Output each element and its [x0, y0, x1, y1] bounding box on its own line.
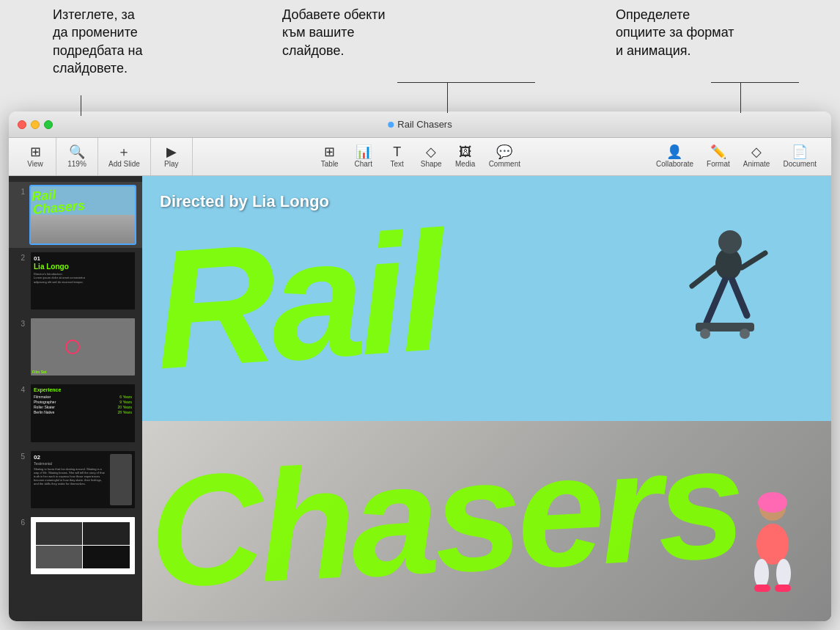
slide-thumb-3[interactable]: 3 Film Set: [9, 314, 142, 380]
skater-head: [718, 230, 742, 254]
add-slide-button[interactable]: ＋ Add Slide: [103, 142, 146, 171]
skateboard-wheel-right: [740, 329, 750, 339]
mac-window: Rail Chasers ⊞ View 🔍 119% ＋ Add Slide: [9, 111, 831, 621]
callout-3-line-v: [740, 82, 741, 113]
table-icon: ⊞: [324, 145, 335, 158]
window-title: Rail Chasers: [388, 119, 452, 130]
chart-button[interactable]: 📊 Chart: [347, 142, 380, 171]
chart-label: Chart: [354, 160, 372, 168]
traffic-lights: [18, 120, 53, 129]
media-button[interactable]: 🖼 Media: [449, 142, 482, 171]
skater-figure: [685, 220, 773, 411]
title-dot: [388, 122, 394, 128]
girl-svg: [736, 489, 809, 607]
slide2-name: Lia Longo: [34, 263, 132, 271]
girl-figure: [736, 489, 809, 607]
collaborate-button[interactable]: 👤 Collaborate: [650, 142, 699, 171]
document-button[interactable]: 📄 Document: [777, 142, 822, 171]
text-button[interactable]: T Text: [381, 142, 413, 171]
window-title-text: Rail Chasers: [397, 119, 452, 130]
animate-icon: ◇: [751, 145, 762, 158]
directed-by-text: Directed by Lia Longo: [160, 192, 329, 211]
slide-thumb-2[interactable]: 2 01 Lia Longo Director's IntroductionLo…: [9, 248, 142, 314]
main-content: 1 RailChasers 2 01 Lia Longo Director's …: [9, 176, 831, 621]
slide-thumb-1[interactable]: 1 RailChasers: [9, 182, 142, 248]
slide-preview-1: RailChasers: [29, 185, 136, 245]
slide-thumb-4[interactable]: 4 Experience Filmmaker6 Years Photograph…: [9, 380, 142, 446]
slide-panel[interactable]: 1 RailChasers 2 01 Lia Longo Director's …: [9, 176, 142, 621]
toolbar-group-right: 👤 Collaborate ✏️ Format ◇ Animate 📄 Docu…: [647, 142, 825, 171]
callout-3: Определете опциите за формат и анимация.: [616, 6, 734, 59]
toolbar-group-add-slide: ＋ Add Slide: [98, 138, 151, 175]
skater-svg: [685, 220, 773, 411]
callout-2-line-h2: [447, 82, 535, 83]
ramp-area: [142, 421, 831, 621]
animate-button[interactable]: ◇ Animate: [737, 142, 776, 171]
text-icon: T: [393, 145, 401, 158]
slide-preview-5: 02 Testimonial Skating to know that Lia …: [29, 450, 136, 510]
format-label: Format: [707, 160, 730, 168]
toolbar-group-view: ⊞ View: [15, 138, 56, 175]
girl-leg-left: [754, 559, 769, 588]
format-button[interactable]: ✏️ Format: [701, 142, 736, 171]
girl-skate-right: [775, 585, 791, 592]
callout-2: Добавете обекти към вашите слайдове.: [282, 6, 386, 59]
play-icon: ▶: [166, 145, 177, 158]
add-slide-label: Add Slide: [108, 160, 140, 168]
slide-preview-3: Film Set: [29, 317, 136, 377]
table-button[interactable]: ⊞ Table: [314, 142, 346, 171]
maximize-button[interactable]: [44, 120, 53, 129]
slide-num-5: 5: [15, 450, 25, 461]
play-button[interactable]: ▶ Play: [155, 142, 188, 171]
slide-thumb-6[interactable]: 6: [9, 513, 142, 579]
close-button[interactable]: [18, 120, 26, 129]
table-label: Table: [321, 160, 339, 168]
girl-skate-left: [754, 585, 770, 592]
slide-num-3: 3: [15, 317, 25, 328]
title-bar: Rail Chasers: [9, 111, 831, 138]
skater-arm-right: [742, 253, 765, 268]
slide2-num: 01: [34, 255, 132, 262]
slide-num-6: 6: [15, 516, 25, 527]
add-slide-icon: ＋: [117, 145, 130, 158]
play-label: Play: [164, 160, 178, 168]
slide1-graffiti: RailChasers: [32, 186, 86, 216]
toolbar: ⊞ View 🔍 119% ＋ Add Slide ▶ Play: [9, 138, 831, 176]
slide-preview-2: 01 Lia Longo Director's IntroductionLore…: [29, 251, 136, 311]
view-label: View: [27, 160, 43, 168]
minimize-button[interactable]: [31, 120, 40, 129]
toolbar-group-zoom: 🔍 119%: [56, 138, 98, 175]
collaborate-label: Collaborate: [656, 160, 693, 168]
toolbar-group-insert: ⊞ Table 📊 Chart T Text ◇ Shape 🖼 Media 💬: [193, 142, 647, 171]
skater-leg-right: [732, 280, 747, 315]
text-label: Text: [391, 160, 404, 168]
girl-helmet: [758, 492, 787, 513]
shape-label: Shape: [421, 160, 442, 168]
toolbar-group-play: ▶ Play: [151, 138, 193, 175]
slide-num-4: 4: [15, 383, 25, 394]
slide6-comic: [36, 522, 130, 568]
callout-2-line-h1: [397, 82, 447, 83]
callout-3-line-h2: [740, 82, 799, 83]
animate-label: Animate: [743, 160, 770, 168]
callout-3-line-h1: [711, 82, 740, 83]
zoom-button[interactable]: 🔍 119%: [61, 142, 93, 171]
slide-canvas: Directed by Lia Longo Rail Chasers: [142, 176, 831, 621]
view-icon: ⊞: [30, 145, 41, 158]
zoom-icon: 🔍: [69, 145, 85, 158]
comment-button[interactable]: 💬 Comment: [483, 142, 526, 171]
shape-button[interactable]: ◇ Shape: [415, 142, 448, 171]
slide-preview-4: Experience Filmmaker6 Years Photographer…: [29, 383, 136, 443]
slide-num-1: 1: [15, 185, 25, 196]
slide5-photo: [110, 454, 132, 505]
document-icon: 📄: [792, 145, 808, 158]
document-label: Document: [783, 160, 817, 168]
callout-1: Изтеглете, за да промените подредбата на…: [53, 6, 143, 77]
slide4-title: Experience: [34, 387, 132, 392]
slide3-caption: Film Set: [32, 370, 46, 374]
zoom-value: 119%: [67, 160, 86, 168]
slide-num-2: 2: [15, 251, 25, 262]
slide-thumb-5[interactable]: 5 02 Testimonial Skating to know that Li…: [9, 447, 142, 513]
format-icon: ✏️: [710, 145, 726, 158]
view-button[interactable]: ⊞ View: [19, 142, 51, 171]
